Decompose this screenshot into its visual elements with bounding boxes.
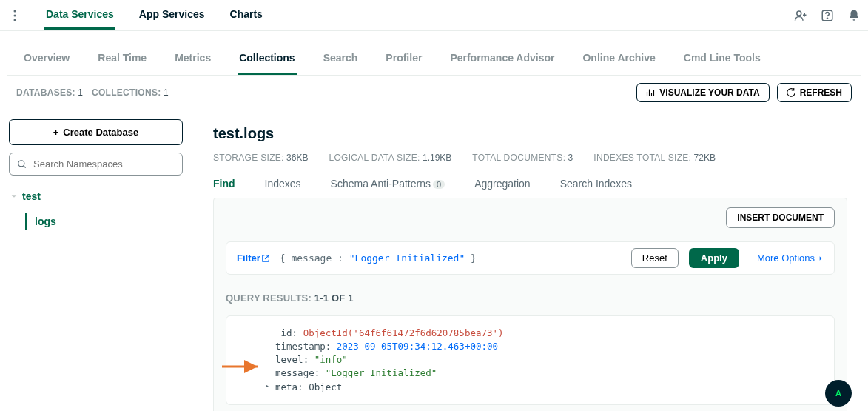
collection-title: test.logs	[213, 125, 847, 142]
svg-line-14	[265, 255, 269, 258]
svg-point-12	[18, 160, 24, 166]
logical-size-stat: LOGICAL DATA SIZE: 1.19KB	[329, 153, 451, 163]
chevron-down-icon	[10, 193, 18, 200]
subtab-realtime[interactable]: Real Time	[96, 44, 148, 75]
indexes-size-stat: INDEXES TOTAL SIZE: 72KB	[593, 153, 716, 163]
databases-stat: DATABASES: 1	[16, 87, 83, 98]
subtab-search[interactable]: Search	[322, 44, 360, 75]
external-link-icon	[262, 255, 269, 262]
svg-point-2	[14, 19, 16, 21]
create-database-button[interactable]: + Create Database	[9, 119, 183, 145]
total-docs-stat: TOTAL DOCUMENTS: 3	[472, 153, 573, 163]
visualize-button[interactable]: VISUALIZE YOUR DATA	[636, 83, 769, 102]
svg-point-3	[797, 11, 801, 16]
query-results-label: QUERY RESULTS: 1-1 OF 1	[226, 293, 835, 304]
reset-button[interactable]: Reset	[631, 248, 679, 268]
subtab-overview[interactable]: Overview	[22, 44, 71, 75]
coltab-aggregation[interactable]: Aggregation	[474, 175, 531, 193]
subtab-cmd-tools[interactable]: Cmd Line Tools	[682, 44, 762, 75]
annotation-arrow-icon	[221, 358, 265, 375]
add-user-icon[interactable]	[794, 9, 807, 22]
collections-stat: COLLECTIONS: 1	[92, 87, 169, 98]
schema-badge: 0	[433, 180, 445, 189]
chart-icon	[646, 88, 655, 97]
refresh-icon	[787, 88, 795, 97]
db-tree-item-test[interactable]: test	[9, 187, 183, 205]
coltab-find[interactable]: Find	[213, 175, 235, 193]
assistant-fab[interactable]: A	[825, 380, 852, 407]
storage-size-stat: STORAGE SIZE: 36KB	[213, 153, 308, 163]
refresh-button[interactable]: REFRESH	[777, 83, 852, 102]
kebab-menu-icon[interactable]	[7, 10, 22, 21]
subtab-profiler[interactable]: Profiler	[384, 44, 423, 75]
subtab-metrics[interactable]: Metrics	[173, 44, 212, 75]
svg-point-0	[14, 10, 16, 12]
coltab-search-indexes[interactable]: Search Indexes	[560, 175, 632, 193]
coltab-schema[interactable]: Schema Anti-Patterns0	[331, 175, 445, 193]
collection-tree-item-logs[interactable]: logs	[25, 213, 183, 230]
filter-input[interactable]: { message : "Logger Initialized" }	[280, 253, 621, 264]
more-options-link[interactable]: More Options	[757, 253, 824, 264]
nav-charts[interactable]: Charts	[229, 1, 264, 30]
plus-icon: +	[53, 127, 59, 138]
nav-app-services[interactable]: App Services	[138, 1, 206, 30]
subtab-perf-advisor[interactable]: Performance Advisor	[448, 44, 556, 75]
subtab-online-archive[interactable]: Online Archive	[581, 44, 656, 75]
subtab-collections[interactable]: Collections	[238, 44, 296, 75]
filter-link[interactable]: Filter	[237, 253, 269, 264]
search-namespaces-input[interactable]	[9, 153, 183, 176]
bell-icon[interactable]	[847, 9, 861, 22]
document-result[interactable]: _id: ObjectId('64f6f61472f6d620785bea73'…	[226, 315, 835, 405]
svg-line-13	[24, 165, 26, 167]
apply-button[interactable]: Apply	[689, 248, 739, 268]
nav-data-services[interactable]: Data Services	[44, 1, 115, 30]
svg-point-1	[14, 14, 16, 16]
insert-document-button[interactable]: INSERT DOCUMENT	[726, 207, 835, 228]
help-icon[interactable]	[821, 9, 834, 22]
chevron-right-icon	[818, 255, 824, 261]
coltab-indexes[interactable]: Indexes	[265, 175, 301, 193]
search-icon	[17, 159, 27, 170]
svg-point-7	[827, 18, 827, 19]
